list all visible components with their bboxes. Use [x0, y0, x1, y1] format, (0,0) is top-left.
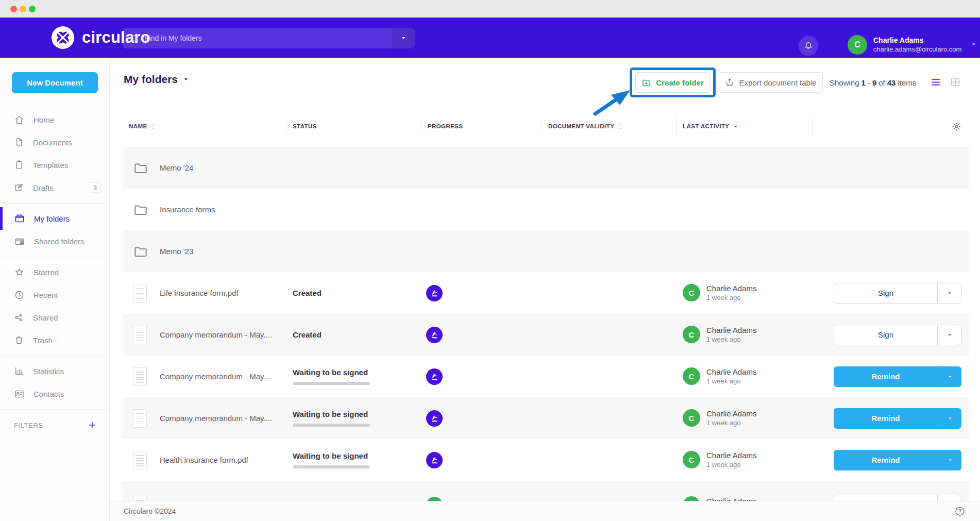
sidebar-item-trash[interactable]: Trash: [0, 329, 109, 351]
activity-user: Charlie Adams: [706, 283, 757, 294]
status-text: Created: [293, 330, 322, 339]
user-name: Charlie Adams: [873, 36, 961, 45]
progress-bar: [293, 465, 370, 468]
help-button[interactable]: [954, 506, 966, 517]
create-folder-button[interactable]: Create folder: [635, 72, 710, 93]
count-badge: 3: [90, 182, 100, 193]
signature-progress-badge: [426, 327, 443, 343]
item-name: Company memorandum - May....: [160, 414, 272, 423]
activity-time: 1 week ago: [706, 461, 757, 469]
search-scope-dropdown[interactable]: [392, 28, 415, 48]
add-filter-button[interactable]: [88, 421, 97, 430]
notifications-button[interactable]: [799, 36, 818, 56]
export-document-table-button[interactable]: Export document table: [719, 72, 823, 93]
document-row[interactable]: Company memorandum - May....Waiting to b…: [123, 397, 969, 439]
sidebar-item-contacts[interactable]: Contacts: [0, 382, 109, 405]
progress-bar: [293, 382, 370, 385]
column-header-status[interactable]: STATUS: [286, 117, 421, 135]
progress-bar: [293, 424, 370, 427]
table-header: NAMESTATUSPROGRESSDOCUMENT VALIDITYLAST …: [123, 117, 969, 135]
activity-user: Charlie Adams: [706, 367, 757, 377]
sort-icon: [618, 123, 623, 130]
search-input[interactable]: [140, 34, 392, 42]
list-view-toggle[interactable]: [930, 76, 942, 88]
action-label: Remind: [834, 366, 938, 387]
user-avatar: C: [848, 35, 867, 55]
sidebar-item-drafts[interactable]: Drafts3: [0, 176, 109, 199]
status-text: Waiting to be signed: [293, 368, 370, 377]
draft-icon: [14, 182, 24, 193]
table-settings-button[interactable]: [952, 122, 961, 131]
sidebar-item-documents[interactable]: Documents: [0, 131, 109, 154]
action-dropdown-caret[interactable]: [938, 450, 961, 470]
remind-button[interactable]: Remind: [834, 408, 961, 429]
sidebar-item-home[interactable]: Home: [0, 108, 109, 131]
sign-button[interactable]: Sign: [834, 283, 961, 304]
document-row[interactable]: Health insurance form.pdfWaiting to be s…: [123, 439, 969, 481]
folder-row[interactable]: Memo '24: [123, 147, 969, 189]
sidebar-item-label: Statistics: [33, 367, 64, 376]
action-label: Sign: [834, 283, 937, 303]
document-row[interactable]: Company memorandum - May....CreatedCChar…: [123, 314, 969, 356]
document-row[interactable]: Life insurance form.pdfCreatedCCharlie A…: [123, 272, 969, 314]
search-icon: [130, 33, 140, 43]
user-avatar: C: [683, 284, 700, 301]
filters-label: FILTERS: [14, 422, 43, 429]
user-menu[interactable]: C Charlie Adams charlie.adams@circularo.…: [848, 35, 977, 55]
table-body: Memo '24Insurance formsMemo '23Life insu…: [123, 147, 969, 521]
action-dropdown-caret[interactable]: [937, 325, 961, 345]
minimize-window-button[interactable]: [20, 6, 26, 12]
action-dropdown-caret[interactable]: [937, 283, 961, 303]
remind-button[interactable]: Remind: [834, 450, 961, 470]
page-title-caret-icon[interactable]: [182, 76, 190, 83]
column-label: DOCUMENT VALIDITY: [548, 123, 614, 129]
sidebar-item-label: My folders: [34, 214, 70, 223]
new-document-button[interactable]: New Document: [12, 72, 98, 93]
grid-view-toggle[interactable]: [950, 76, 961, 88]
action-dropdown-caret[interactable]: [938, 408, 961, 429]
sidebar-item-statistics[interactable]: Statistics: [0, 360, 109, 382]
remind-button[interactable]: Remind: [834, 366, 961, 387]
app-header: circularo C Charlie Adams charlie.adams@…: [0, 18, 980, 58]
sidebar-item-label: Documents: [33, 138, 72, 147]
sidebar-item-starred[interactable]: Starred: [0, 261, 109, 283]
column-header-actions: [813, 117, 969, 135]
signature-progress-badge: [426, 368, 443, 385]
user-avatar: C: [683, 409, 700, 427]
sort-icon: [150, 123, 156, 130]
filters-section: FILTERS: [0, 413, 109, 430]
sidebar-item-label: Recent: [33, 291, 58, 299]
sidebar-item-templates[interactable]: Templates: [0, 154, 109, 176]
sidebar-item-recent[interactable]: Recent: [0, 283, 109, 306]
action-dropdown-caret[interactable]: [938, 366, 961, 387]
sidebar-item-my-folders[interactable]: My folders: [0, 207, 109, 230]
star-icon: [14, 267, 25, 278]
user-menu-caret-icon: [971, 40, 977, 49]
column-header-document-validity[interactable]: DOCUMENT VALIDITY: [542, 117, 677, 135]
close-window-button[interactable]: [10, 6, 17, 12]
status-text: Waiting to be signed: [293, 410, 370, 418]
item-name: Life insurance form.pdf: [160, 289, 239, 297]
column-header-name[interactable]: NAME: [123, 117, 286, 135]
folder-row[interactable]: Insurance forms: [123, 189, 969, 230]
sign-button[interactable]: Sign: [834, 325, 961, 345]
sort-desc-icon: [733, 123, 739, 129]
column-header-last-activity[interactable]: LAST ACTIVITY: [677, 117, 813, 135]
sidebar-item-label: Shared: [33, 313, 58, 322]
stats-icon: [14, 366, 24, 376]
item-name: Insurance forms: [160, 205, 215, 214]
sidebar-item-label: Home: [33, 115, 54, 124]
folder-icon: [133, 202, 148, 217]
document-row[interactable]: Company memorandum - May....Waiting to b…: [123, 356, 969, 397]
column-label: NAME: [129, 123, 147, 129]
sidebar-item-shared-folders[interactable]: Shared folders: [0, 230, 109, 253]
sidebar-item-shared[interactable]: Shared: [0, 306, 109, 329]
zoom-window-button[interactable]: [29, 6, 36, 12]
user-email: charlie.adams@circularo.com: [873, 45, 961, 54]
activity-user: Charlie Adams: [706, 450, 757, 461]
column-header-progress[interactable]: PROGRESS: [421, 117, 542, 135]
activity-time: 1 week ago: [706, 294, 757, 302]
footer: Circularo ©2024: [110, 501, 980, 521]
folder-row[interactable]: Memo '23: [123, 230, 969, 272]
status-text: Waiting to be signed: [293, 451, 370, 460]
